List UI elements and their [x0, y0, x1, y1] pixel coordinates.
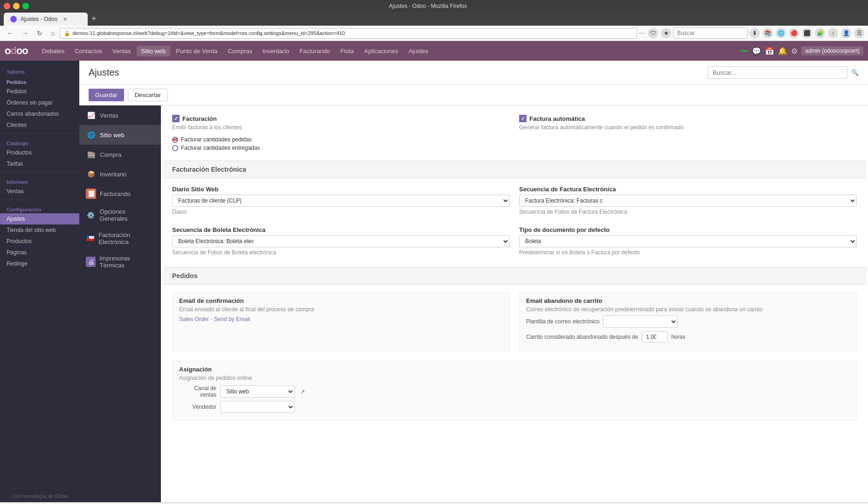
nav-icon-star[interactable]: ★: [661, 28, 671, 38]
user-menu-btn[interactable]: admin (odoocoopcert): [801, 46, 863, 56]
nav-link-inventario[interactable]: Inventario: [258, 46, 294, 56]
tipo-doc-select[interactable]: Boleta Factura: [519, 235, 857, 247]
tablet-icon[interactable]: ⬛: [802, 28, 812, 38]
settings-nav-inventario[interactable]: 📦 Inventario: [79, 164, 161, 184]
bookmarks-icon[interactable]: 📚: [763, 28, 773, 38]
lock-icon: 🔒: [64, 30, 70, 36]
nav-link-debates[interactable]: Debates: [37, 46, 69, 56]
window-maximize-btn[interactable]: [22, 3, 29, 9]
settings-nav-sitioweb-label: Sitio web: [100, 132, 125, 139]
plantilla-label: Plantilla de correo electrónico: [526, 318, 599, 325]
new-tab-btn[interactable]: +: [88, 12, 100, 26]
browser-search-input[interactable]: [673, 28, 748, 39]
sidebar-item-ajustes[interactable]: Ajustes: [0, 213, 79, 224]
window-controls[interactable]: [4, 3, 29, 9]
settings-nav-facturando-label: Facturando: [100, 190, 131, 197]
calendar-icon[interactable]: 📅: [765, 47, 774, 56]
settings-nav-factelect[interactable]: 🇨🇱 Facturación Electrónica: [79, 227, 161, 250]
shield-icon[interactable]: 🔴: [789, 28, 799, 38]
window-minimize-btn[interactable]: [13, 3, 20, 9]
sidebar-item-ordenes[interactable]: Órdenes sin pagar: [0, 97, 79, 108]
sidebar-item-tarifas[interactable]: Tarifas: [0, 158, 79, 169]
sidebar-item-productos2[interactable]: Productos: [0, 236, 79, 247]
discard-button[interactable]: Descartar: [128, 89, 168, 101]
secuencia-factura-select[interactable]: Factura Electrónica: Facturas c: [519, 195, 857, 207]
url-text: demos-11.globalresponse.cl/web?debug=1#i…: [72, 30, 345, 36]
sidebar-item-redirige[interactable]: Redirige: [0, 258, 79, 269]
odoo-topnav: odoo Debates Contactos Ventas Sitio web …: [0, 41, 868, 61]
carrito-horas-input[interactable]: [642, 331, 667, 343]
radio-pedidas-dot: [172, 137, 178, 143]
settings-toolbar: Guardar Descartar: [79, 85, 868, 105]
online-indicator: [741, 50, 748, 52]
factura-auto-checkbox[interactable]: [519, 115, 527, 122]
sidebar-item-carros[interactable]: Carros abandonados: [0, 108, 79, 119]
vendedor-select[interactable]: [220, 401, 295, 413]
sidebar-item-productos[interactable]: Productos: [0, 147, 79, 158]
nav-link-compras[interactable]: Compras: [223, 46, 257, 56]
plantilla-select[interactable]: [603, 315, 678, 328]
nav-forward-btn[interactable]: →: [19, 28, 32, 39]
nav-link-facturando[interactable]: Facturando: [295, 46, 335, 56]
download-icon[interactable]: ⬇: [750, 28, 760, 38]
extension-icon[interactable]: 🧩: [815, 28, 825, 38]
canal-external-link-icon[interactable]: ↗: [300, 388, 305, 395]
facturacion-checkbox[interactable]: [172, 115, 180, 122]
chart-icon: 📈: [86, 110, 96, 120]
nav-link-aplicaciones[interactable]: Aplicaciones: [360, 46, 403, 56]
nav-icon-shield[interactable]: 🛡: [648, 28, 658, 38]
settings-search-input[interactable]: [708, 66, 847, 79]
canal-select[interactable]: Sitio web: [220, 385, 295, 398]
settings-nav-impresoras[interactable]: 🖨 Impresoras Térmicas: [79, 250, 161, 273]
secuencia-factura-subtext: Secuencia de Folios de Factura Electróni…: [519, 209, 857, 215]
diario-select[interactable]: Facturas de cliente (CLP): [172, 195, 510, 207]
save-button[interactable]: Guardar: [89, 89, 124, 101]
boleta-select[interactable]: Boleta Electrónica: Boleta elec: [172, 235, 510, 247]
nav-link-sitioweb[interactable]: Sitio web: [137, 46, 171, 56]
nav-link-puntoventa[interactable]: Punto de Venta: [171, 46, 222, 56]
settings-title: Ajustes: [89, 67, 708, 78]
sync-icon[interactable]: ↕: [828, 28, 838, 38]
email-conf-link[interactable]: Sales Order - Send by Email: [179, 316, 250, 322]
user-account-icon[interactable]: 👤: [841, 28, 851, 38]
radio-cantidades-pedidas[interactable]: Facturar cantidades pedidas: [172, 136, 510, 143]
settings-nav-sitioweb[interactable]: 🌐 Sitio web: [79, 125, 161, 145]
nav-home-btn[interactable]: ⌂: [48, 28, 58, 39]
bell-icon[interactable]: 🔔: [778, 47, 787, 56]
nav-back-btn[interactable]: ←: [4, 28, 17, 39]
sidebar-item-pedidos[interactable]: Pedidos: [0, 86, 79, 97]
plantilla-row: Plantilla de correo electrónico: [526, 315, 850, 328]
settings-nav-opciones[interactable]: ⚙️ Opciones Generales: [79, 203, 161, 227]
sidebar-item-paginas[interactable]: Páginas: [0, 247, 79, 258]
nav-refresh-btn[interactable]: ↻: [34, 28, 46, 39]
nav-link-contactos[interactable]: Contactos: [70, 46, 107, 56]
settings-nav-ventas-label: Ventas: [100, 112, 118, 119]
odoo-nav-links: Debates Contactos Ventas Sitio web Punto…: [37, 46, 741, 56]
settings-nav-ventas[interactable]: 📈 Ventas: [79, 105, 161, 125]
nav-icon-1[interactable]: ···: [639, 29, 645, 37]
sidebar-item-clientes[interactable]: Clientes: [0, 119, 79, 131]
globe-icon[interactable]: 🌐: [776, 28, 786, 38]
settings-nav-facturando[interactable]: 🧾 Facturando: [79, 184, 161, 203]
window-close-btn[interactable]: [4, 3, 10, 9]
diario-item: Diario Sitio Web Facturas de cliente (CL…: [172, 186, 510, 217]
chat-icon[interactable]: 💬: [752, 47, 761, 56]
url-bar[interactable]: 🔒 demos-11.globalresponse.cl/web?debug=1…: [60, 28, 637, 39]
diario-label: Diario Sitio Web: [172, 186, 510, 193]
facturacion-label: Facturación: [172, 115, 510, 122]
browser-tab-active[interactable]: Ajustes - Odoo ×: [4, 13, 88, 26]
email-carrito-box: Email abandono de carrito Correo electró…: [519, 292, 857, 351]
settings-icon-top[interactable]: ⚙: [791, 47, 798, 56]
tab-close-btn[interactable]: ×: [63, 15, 67, 23]
nav-link-ajustes[interactable]: Ajustes: [404, 46, 433, 56]
settings-search-btn[interactable]: 🔍: [851, 69, 859, 76]
nav-link-ventas[interactable]: Ventas: [108, 46, 136, 56]
sidebar-item-tienda[interactable]: Tienda del sitio web: [0, 224, 79, 236]
radio-cantidades-entregadas[interactable]: Facturar cantidades entregadas: [172, 145, 510, 151]
sidebar-item-ventas[interactable]: Ventas: [0, 186, 79, 197]
nav-link-flota[interactable]: Flota: [336, 46, 359, 56]
menu-icon[interactable]: ☰: [854, 28, 864, 38]
settings-nav-compra[interactable]: 🏬 Compra: [79, 145, 161, 164]
browser-navbar: ← → ↻ ⌂ 🔒 demos-11.globalresponse.cl/web…: [0, 26, 868, 41]
settings-header: Ajustes 🔍: [79, 61, 868, 85]
